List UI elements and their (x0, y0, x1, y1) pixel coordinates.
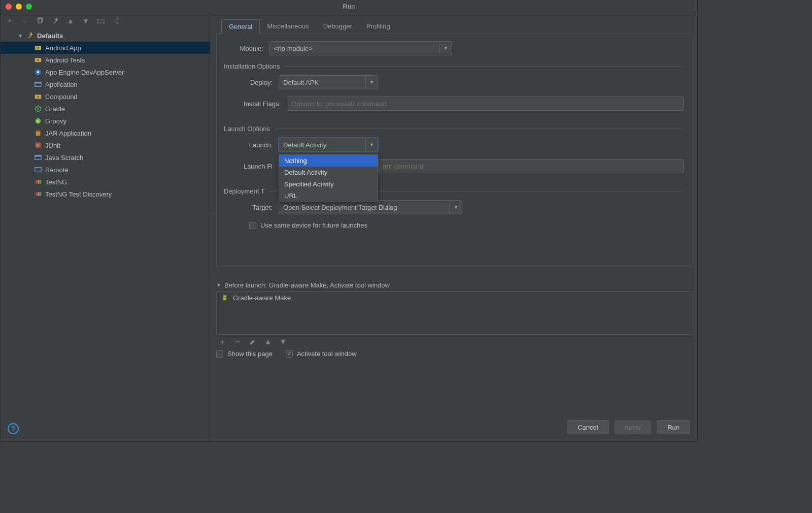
move-down-icon[interactable]: ▼ (82, 17, 90, 25)
target-label: Target: (224, 204, 273, 211)
tab-debugger[interactable]: Debugger (316, 19, 359, 34)
launch-options-section: Launch Options Launch: Default Activity … (224, 125, 684, 180)
chevron-down-icon: ▼ (450, 201, 462, 214)
add-icon[interactable]: ＋ (6, 17, 14, 25)
tree-item-android-tests[interactable]: Android Tests (1, 54, 210, 66)
svg-point-7 (37, 71, 39, 73)
tree-item-label: Android App (45, 44, 81, 52)
dialog-footer: Cancel Apply Run (567, 420, 690, 434)
folder-run-icon (34, 44, 42, 52)
activate-tool-window-checkbox[interactable] (286, 350, 293, 358)
tree-item-jar[interactable]: JAR Application (1, 127, 210, 139)
add-icon[interactable]: ＋ (218, 338, 226, 346)
apply-button[interactable]: Apply (614, 420, 652, 434)
svg-rect-9 (35, 82, 41, 84)
folder-icon[interactable] (97, 17, 105, 25)
before-launch-header[interactable]: ▼ Before launch: Gradle-aware Make, Acti… (216, 281, 691, 289)
config-tree[interactable]: ▼ Defaults Android App Android Tests (1, 28, 210, 441)
svg-rect-28 (38, 193, 39, 196)
target-select[interactable]: Open Select Deployment Target Dialog ▼ (279, 200, 462, 214)
svg-rect-21 (35, 155, 41, 157)
tree-item-application[interactable]: Application (1, 78, 210, 90)
module-select[interactable]: <no module> ▼ (269, 41, 452, 55)
tree-item-java-scratch[interactable]: Java Scratch (1, 151, 210, 164)
tree-item-remote[interactable]: Remote (1, 164, 210, 176)
tree-item-appengine[interactable]: App Engine DevAppServer (1, 66, 210, 78)
tree-item-groovy[interactable]: G Groovy (1, 115, 210, 127)
chevron-down-icon: ▼ (365, 138, 378, 151)
android-icon (221, 294, 229, 302)
tree-item-label: App Engine DevAppServer (45, 69, 124, 76)
launch-option-nothing[interactable]: Nothing (279, 155, 378, 167)
show-this-page-label: Show this page (227, 350, 273, 358)
launch-select[interactable]: Default Activity ▼ (279, 138, 378, 152)
window-title: Run (1, 3, 697, 10)
installation-options-section: Installation Options Deploy: Default APK… (224, 62, 684, 118)
scratch-icon (34, 153, 42, 162)
chevron-down-icon: ▼ (216, 282, 221, 288)
edit-icon[interactable] (249, 338, 257, 346)
tree-item-junit[interactable]: JUnit (1, 139, 210, 151)
svg-rect-22 (35, 168, 41, 172)
svg-rect-17 (36, 131, 41, 132)
tree-item-label: JAR Application (45, 130, 91, 137)
svg-point-23 (36, 168, 37, 169)
tree-item-label: Remote (45, 166, 69, 174)
launch-option-specified-activity[interactable]: Specified Activity (279, 178, 378, 190)
deploy-select[interactable]: Default APK ▼ (279, 75, 378, 89)
chevron-down-icon: ▼ (18, 33, 23, 39)
remove-icon[interactable]: − (233, 338, 242, 346)
tab-misc[interactable]: Miscellaneous (260, 19, 316, 34)
move-up-icon[interactable]: ▲ (264, 338, 272, 346)
tab-general[interactable]: General (221, 19, 260, 34)
testng-icon (34, 178, 42, 186)
tree-item-label: Application (45, 81, 78, 88)
launch-flags-input[interactable] (378, 159, 684, 173)
same-device-checkbox[interactable] (249, 222, 256, 229)
tree-item-label: Groovy (45, 117, 66, 125)
tree-item-android-app[interactable]: Android App (1, 42, 210, 54)
install-flags-label: Install Flags: (224, 100, 281, 108)
install-flags-input[interactable] (287, 97, 684, 111)
remove-icon[interactable]: − (21, 17, 29, 25)
chevron-down-icon: ▼ (439, 42, 452, 55)
chevron-down-icon: ▼ (365, 76, 378, 89)
before-launch-list[interactable]: Gradle-aware Make (216, 291, 691, 335)
titlebar: Run (1, 0, 697, 13)
move-up-icon[interactable]: ▲ (66, 17, 75, 25)
tree-item-testng-discovery[interactable]: TestNG Test Discovery (1, 188, 210, 200)
show-this-page-checkbox[interactable] (216, 350, 223, 358)
help-icon[interactable]: ? (8, 423, 19, 434)
appengine-icon (34, 68, 42, 76)
general-form: Module: <no module> ▼ Installation Optio… (216, 34, 691, 267)
copy-icon[interactable] (36, 17, 44, 25)
sort-alpha-icon[interactable]: ↓az (112, 17, 120, 25)
deploy-label: Deploy: (224, 79, 273, 86)
launch-label: Launch: (224, 141, 273, 149)
gradle-icon (34, 105, 42, 113)
tree-item-testng[interactable]: TestNG (1, 176, 210, 188)
launch-value: Default Activity (283, 141, 326, 149)
tab-profiling[interactable]: Profiling (359, 19, 397, 34)
tree-item-label: TestNG Test Discovery (45, 190, 112, 198)
tree-item-gradle[interactable]: Gradle (1, 103, 210, 115)
wrench-icon (26, 31, 34, 40)
app-window-icon (34, 80, 42, 88)
tree-root-defaults[interactable]: ▼ Defaults (1, 29, 210, 42)
tree-item-compound[interactable]: Compound (1, 90, 210, 103)
form-panel: General Miscellaneous Debugger Profiling… (210, 13, 697, 441)
svg-text:G: G (37, 119, 39, 123)
tree-item-label: Java Scratch (45, 154, 83, 162)
cancel-button[interactable]: Cancel (567, 420, 608, 434)
module-label: Module: (224, 45, 263, 52)
launch-option-url[interactable]: URL (279, 190, 378, 202)
junit-icon (34, 141, 42, 149)
run-button[interactable]: Run (657, 420, 690, 434)
launch-option-default-activity[interactable]: Default Activity (279, 167, 378, 178)
list-item[interactable]: Gradle-aware Make (218, 293, 690, 303)
folder-run-icon (34, 92, 42, 101)
move-down-icon[interactable]: ▼ (279, 338, 287, 346)
launch-dropdown-popup: Nothing Default Activity Specified Activ… (279, 154, 378, 202)
svg-rect-29 (40, 193, 41, 196)
settings-wrench-icon[interactable] (51, 17, 59, 25)
